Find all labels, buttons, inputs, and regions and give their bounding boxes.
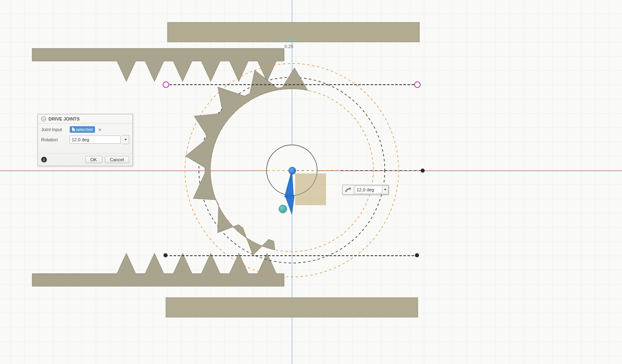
joint-origin-marker[interactable] <box>279 205 287 213</box>
dimension-label: 0.25 <box>285 44 293 49</box>
cancel-button[interactable]: Cancel <box>105 156 129 163</box>
constraint-line-upper[interactable] <box>165 84 418 85</box>
revert-angle-icon[interactable] <box>343 185 354 194</box>
svg-rect-1 <box>166 298 418 317</box>
on-canvas-angle-input[interactable]: 12.0 deg <box>342 185 389 195</box>
constraint-endpoint-upper-right[interactable] <box>414 81 421 88</box>
center-ref-endpoint[interactable] <box>421 169 425 173</box>
dialog-titlebar[interactable]: DRIVE JOINTS <box>38 114 132 124</box>
joint-selection-chip[interactable]: 1 selected <box>70 126 95 133</box>
rotation-angle-readout: 12 <box>286 194 291 200</box>
constraint-endpoint-lower-left[interactable] <box>163 253 168 257</box>
clear-selection-icon[interactable]: × <box>97 127 103 133</box>
rotation-dropdown[interactable] <box>122 135 129 144</box>
body-bottom-bar[interactable] <box>165 297 418 318</box>
collapse-icon[interactable] <box>41 116 46 121</box>
joint-input-label: Joint Input <box>41 127 68 132</box>
constraint-endpoint-upper-left[interactable] <box>163 81 169 88</box>
constraint-endpoint-lower-right[interactable] <box>415 253 419 257</box>
dialog-title: DRIVE JOINTS <box>49 116 79 121</box>
on-canvas-angle-field[interactable]: 12.0 deg <box>355 186 382 194</box>
cursor-icon <box>72 127 75 132</box>
info-icon[interactable]: i <box>41 157 47 162</box>
rotation-center-handle[interactable] <box>289 167 296 174</box>
rotation-input[interactable]: 12.0 deg <box>70 136 121 144</box>
on-canvas-angle-dropdown[interactable] <box>382 185 388 194</box>
svg-line-11 <box>345 187 351 192</box>
constraint-line-lower[interactable] <box>165 255 418 256</box>
rotation-label: Rotation <box>41 137 68 142</box>
dimension-tick-icon <box>286 37 296 43</box>
drive-joints-dialog[interactable]: DRIVE JOINTS Joint Input 1 selected × Ro… <box>37 114 133 166</box>
ok-button[interactable]: OK <box>85 156 102 163</box>
